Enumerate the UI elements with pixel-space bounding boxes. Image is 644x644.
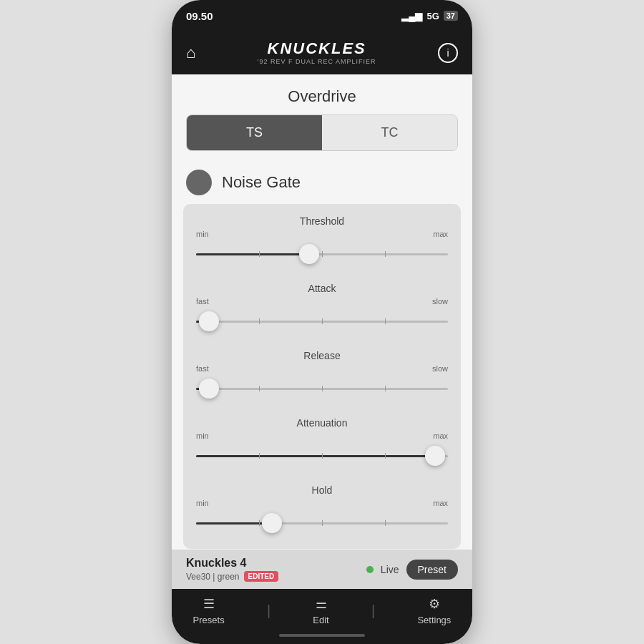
edit-label: Edit — [313, 615, 328, 625]
tab-ts[interactable]: TS — [187, 115, 322, 150]
slider-threshold: Threshold min max — [196, 215, 448, 268]
tick2 — [322, 453, 323, 459]
main-content: Overdrive TS TC Noise Gate Threshold min… — [172, 74, 472, 550]
tick3 — [385, 318, 386, 324]
release-label: Release — [196, 350, 448, 361]
attack-min-max: fast slow — [196, 297, 448, 306]
nav-settings[interactable]: ⚙ Settings — [417, 596, 451, 625]
tick1 — [259, 251, 260, 257]
home-icon[interactable]: ⌂ — [186, 44, 195, 62]
edited-badge: EDITED — [244, 571, 279, 582]
presets-label: Presets — [193, 615, 225, 625]
settings-label: Settings — [417, 615, 451, 625]
app-header: ⌂ KNUCKLES '92 REV F DUAL REC AMPLIFIER … — [172, 31, 472, 74]
tick1 — [259, 453, 260, 459]
release-min: fast — [196, 364, 209, 373]
status-right: ▂▄▆ 5G 37 — [401, 11, 458, 21]
status-bar: 09.50 ▂▄▆ 5G 37 — [172, 0, 472, 31]
threshold-min-max: min max — [196, 230, 448, 238]
tick1 — [259, 520, 260, 526]
signal-icon: ▂▄▆ — [401, 11, 422, 21]
attack-min: fast — [196, 297, 209, 306]
attack-thumb[interactable] — [199, 311, 219, 331]
brand-name: KNUCKLES — [258, 41, 376, 57]
network-type: 5G — [426, 11, 439, 21]
overdrive-section: Overdrive TS TC — [172, 74, 472, 151]
app-logo: KNUCKLES '92 REV F DUAL REC AMPLIFIER — [258, 41, 376, 65]
threshold-slider-wrapper[interactable] — [196, 240, 448, 268]
attenuation-thumb[interactable] — [425, 446, 445, 466]
slider-hold: Hold min max — [196, 484, 448, 537]
tick1 — [259, 386, 260, 391]
attenuation-fill — [196, 455, 435, 457]
attenuation-min: min — [196, 431, 209, 440]
slider-release: Release fast slow — [196, 350, 448, 403]
tick2 — [322, 386, 323, 391]
hold-fill — [196, 522, 272, 525]
home-indicator — [172, 630, 472, 644]
hold-min-max: min max — [196, 499, 448, 507]
hold-slider-wrapper[interactable] — [196, 509, 448, 537]
bottom-status-bar: Knuckles 4 Vee30 | green EDITED Live Pre… — [172, 550, 472, 589]
threshold-thumb[interactable] — [299, 244, 319, 264]
battery-icon: 37 — [444, 11, 458, 21]
tick3 — [385, 386, 386, 391]
info-icon[interactable]: i — [438, 43, 458, 63]
preset-sub: Vee30 | green EDITED — [186, 571, 278, 582]
tick2 — [322, 520, 323, 526]
release-thumb[interactable] — [199, 379, 219, 399]
live-button[interactable]: Live — [381, 564, 399, 575]
release-slider-wrapper[interactable] — [196, 374, 448, 403]
preset-controls: Live Preset — [366, 560, 458, 580]
nav-separator-1: | — [267, 602, 270, 619]
tick2 — [322, 318, 323, 324]
threshold-fill — [196, 253, 309, 255]
attack-slider-wrapper[interactable] — [196, 307, 448, 336]
tick2 — [322, 251, 323, 257]
status-time: 09.50 — [186, 10, 213, 22]
nav-edit[interactable]: ⚌ Edit — [313, 596, 328, 625]
slider-attack: Attack fast slow — [196, 283, 448, 336]
attack-label: Attack — [196, 283, 448, 294]
attenuation-label: Attenuation — [196, 417, 448, 429]
release-min-max: fast slow — [196, 364, 448, 373]
phone-frame: 09.50 ▂▄▆ 5G 37 ⌂ KNUCKLES '92 REV F DUA… — [172, 0, 472, 644]
preset-info: Knuckles 4 Vee30 | green EDITED — [186, 557, 278, 582]
nav-bar: ☰ Presets | ⚌ Edit | ⚙ Settings — [172, 589, 472, 630]
presets-icon: ☰ — [203, 596, 215, 612]
slider-attenuation: Attenuation min max — [196, 417, 448, 470]
overdrive-title: Overdrive — [172, 74, 472, 114]
home-bar — [279, 634, 365, 637]
hold-label: Hold — [196, 484, 448, 496]
noise-gate-toggle[interactable] — [186, 170, 212, 195]
hold-min: min — [196, 499, 209, 507]
status-dot-green — [366, 566, 374, 573]
sliders-panel: Threshold min max — [183, 204, 461, 549]
brand-sub: '92 REV F DUAL REC AMPLIFIER — [258, 58, 376, 65]
attenuation-slider-wrapper[interactable] — [196, 441, 448, 470]
tab-switcher: TS TC — [186, 114, 458, 151]
attenuation-max: max — [433, 431, 448, 440]
tick3 — [385, 453, 386, 459]
attack-max: slow — [432, 297, 448, 306]
threshold-label: Threshold — [196, 215, 448, 227]
tick3 — [385, 251, 386, 257]
noise-gate-section: Noise Gate Threshold min max — [172, 162, 472, 549]
threshold-max: max — [433, 230, 448, 238]
hold-max: max — [433, 499, 448, 507]
nav-presets[interactable]: ☰ Presets — [193, 596, 225, 625]
preset-name: Knuckles 4 — [186, 557, 278, 570]
nav-separator-2: | — [371, 602, 375, 619]
preset-sub-text: Vee30 | green — [186, 572, 240, 582]
release-max: slow — [432, 364, 448, 373]
tick1 — [259, 318, 260, 324]
noise-gate-title: Noise Gate — [222, 173, 301, 192]
attenuation-min-max: min max — [196, 431, 448, 440]
preset-button[interactable]: Preset — [406, 560, 458, 580]
tab-tc[interactable]: TC — [322, 115, 457, 150]
edit-icon: ⚌ — [316, 596, 327, 612]
hold-thumb[interactable] — [262, 513, 282, 533]
noise-gate-header: Noise Gate — [172, 162, 472, 204]
tick3 — [385, 520, 386, 526]
settings-icon: ⚙ — [429, 596, 440, 612]
